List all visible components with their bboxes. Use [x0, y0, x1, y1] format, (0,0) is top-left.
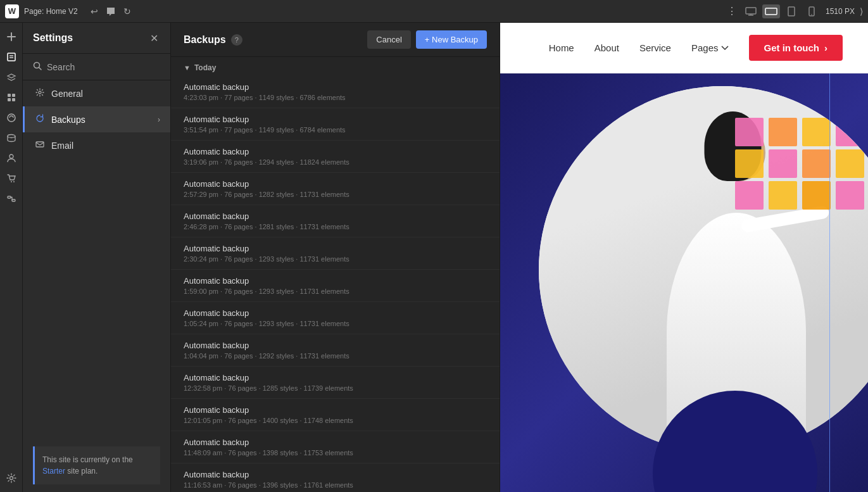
nav-item-email[interactable]: Email	[23, 132, 170, 158]
backup-item[interactable]: Automatic backup 11:16:53 am · 76 pages …	[171, 464, 500, 492]
search-text: Search	[47, 62, 75, 72]
add-icon[interactable]	[3, 28, 20, 46]
backup-list: Automatic backup 4:23:03 pm · 77 pages ·…	[171, 76, 500, 492]
svg-rect-13	[12, 98, 15, 101]
svg-point-16	[9, 155, 13, 158]
new-backup-button[interactable]: + New Backup	[416, 30, 487, 49]
icon-strip	[0, 23, 23, 492]
backup-item[interactable]: Automatic backup 3:51:54 pm · 77 pages ·…	[171, 108, 500, 141]
nav-home-link[interactable]: Home	[549, 42, 574, 53]
section-collapse-icon[interactable]: ▼	[184, 64, 191, 72]
svg-point-14	[8, 114, 15, 122]
backups-help-button[interactable]: ?	[231, 34, 242, 46]
integrations-icon[interactable]	[3, 190, 20, 208]
nav-about-link[interactable]: About	[594, 42, 619, 53]
backup-item[interactable]: Automatic backup 2:57:29 pm · 76 pages ·…	[171, 173, 500, 205]
email-label: Email	[51, 141, 160, 151]
backup-item[interactable]: Automatic backup 2:30:24 pm · 76 pages ·…	[171, 237, 500, 270]
main-layout: Settings ✕ Search General Backups ›	[0, 23, 868, 492]
backup-item-name: Automatic backup	[184, 470, 487, 479]
cta-label: Get in touch	[764, 42, 820, 53]
settings-close-button[interactable]: ✕	[148, 32, 160, 44]
settings-panel: Settings ✕ Search General Backups ›	[23, 23, 171, 492]
collapse-arrow-icon[interactable]: ⟩	[860, 6, 863, 16]
components-icon[interactable]	[3, 89, 20, 106]
backup-item-meta: 2:57:29 pm · 76 pages · 1282 styles · 11…	[184, 191, 487, 198]
backup-item[interactable]: Automatic backup 2:46:28 pm · 76 pages ·…	[171, 205, 500, 237]
device-monitor-icon[interactable]	[742, 4, 760, 18]
backup-item[interactable]: Automatic backup 1:04:04 pm · 76 pages ·…	[171, 334, 500, 367]
cta-arrow: ›	[824, 42, 827, 53]
backup-item[interactable]: Automatic backup 1:05:24 pm · 76 pages ·…	[171, 302, 500, 334]
app-logo: W	[5, 4, 19, 18]
backup-item-meta: 11:16:53 am · 76 pages · 1396 styles · 1…	[184, 481, 487, 489]
backup-item-name: Automatic backup	[184, 341, 487, 350]
backup-item-meta: 1:04:04 pm · 76 pages · 1292 styles · 11…	[184, 352, 487, 360]
page-title: Page: Home V2	[24, 7, 78, 16]
users-icon[interactable]	[3, 149, 20, 167]
settings-icon[interactable]	[3, 469, 20, 487]
chat-icon[interactable]	[104, 5, 117, 18]
svg-point-18	[13, 181, 15, 182]
backup-item[interactable]: Automatic backup 12:32:58 pm · 76 pages …	[171, 367, 500, 399]
device-icons	[742, 4, 821, 18]
svg-rect-20	[12, 199, 15, 201]
backup-item-meta: 11:48:09 am · 76 pages · 1398 styles · 1…	[184, 449, 487, 457]
backup-item-name: Automatic backup	[184, 373, 487, 382]
top-bar-actions: ↩ ↻	[88, 5, 134, 18]
svg-rect-19	[8, 196, 11, 198]
backup-item-name: Automatic backup	[184, 179, 487, 189]
nav-pages-dropdown[interactable]: Pages	[691, 42, 729, 53]
backups-actions: Cancel + New Backup	[367, 30, 487, 49]
backup-item-name: Automatic backup	[184, 438, 487, 447]
preview-nav: Home About Service Pages Get in touch ›	[500, 23, 868, 73]
preview-guideline	[829, 73, 830, 492]
pages-icon[interactable]	[3, 48, 20, 66]
backup-item-name: Automatic backup	[184, 276, 487, 286]
svg-line-23	[39, 68, 42, 70]
backups-title: Backups	[184, 34, 226, 46]
backups-header: Backups ? Cancel + New Backup	[171, 23, 500, 57]
cancel-button[interactable]: Cancel	[367, 30, 410, 49]
refresh-icon[interactable]: ↻	[121, 5, 134, 18]
top-bar: W Page: Home V2 ↩ ↻ ⋮ 1510 PX ⟩	[0, 0, 868, 23]
undo-icon[interactable]: ↩	[88, 5, 101, 18]
backup-item-meta: 2:30:24 pm · 76 pages · 1293 styles · 11…	[184, 255, 487, 263]
backup-item[interactable]: Automatic backup 12:01:05 pm · 76 pages …	[171, 399, 500, 431]
nav-service-link[interactable]: Service	[639, 42, 671, 53]
top-bar-right: ⋮ 1510 PX ⟩	[727, 4, 863, 18]
cms-icon[interactable]	[3, 129, 20, 147]
svg-rect-10	[8, 94, 11, 97]
settings-title: Settings	[33, 32, 73, 44]
ecommerce-icon[interactable]	[3, 170, 20, 187]
svg-point-24	[39, 91, 41, 94]
px-display: 1510 PX	[826, 7, 855, 16]
svg-rect-12	[8, 98, 11, 101]
nav-item-general[interactable]: General	[23, 80, 170, 106]
layers-icon[interactable]	[3, 68, 20, 86]
device-widescreen-icon[interactable]	[762, 4, 780, 18]
backup-item[interactable]: Automatic backup 1:59:00 pm · 76 pages ·…	[171, 270, 500, 302]
backups-label: Backups	[51, 115, 151, 125]
nav-item-backups[interactable]: Backups ›	[23, 106, 170, 132]
assets-icon[interactable]	[3, 109, 20, 127]
general-label: General	[51, 89, 160, 99]
plan-notice: This site is currently on the Starter si…	[33, 446, 160, 484]
plan-link[interactable]: Starter	[42, 467, 65, 476]
backup-item[interactable]: Automatic backup 3:19:06 pm · 76 pages ·…	[171, 141, 500, 173]
backup-item-name: Automatic backup	[184, 405, 487, 415]
today-section-header: ▼ Today	[171, 57, 500, 76]
device-mobile-icon[interactable]	[803, 4, 821, 18]
backups-icon	[35, 114, 45, 125]
backup-item[interactable]: Automatic backup 4:23:03 pm · 77 pages ·…	[171, 76, 500, 108]
svg-point-17	[11, 181, 12, 182]
svg-rect-11	[12, 94, 15, 97]
device-tablet-icon[interactable]	[783, 4, 800, 18]
more-options-icon[interactable]: ⋮	[727, 5, 737, 17]
backup-item-name: Automatic backup	[184, 82, 487, 92]
backup-item[interactable]: Automatic backup 11:48:09 am · 76 pages …	[171, 431, 500, 464]
backup-item-name: Automatic backup	[184, 115, 487, 124]
cta-button[interactable]: Get in touch ›	[749, 35, 843, 61]
search-icon	[33, 61, 42, 72]
settings-search[interactable]: Search	[23, 54, 170, 80]
